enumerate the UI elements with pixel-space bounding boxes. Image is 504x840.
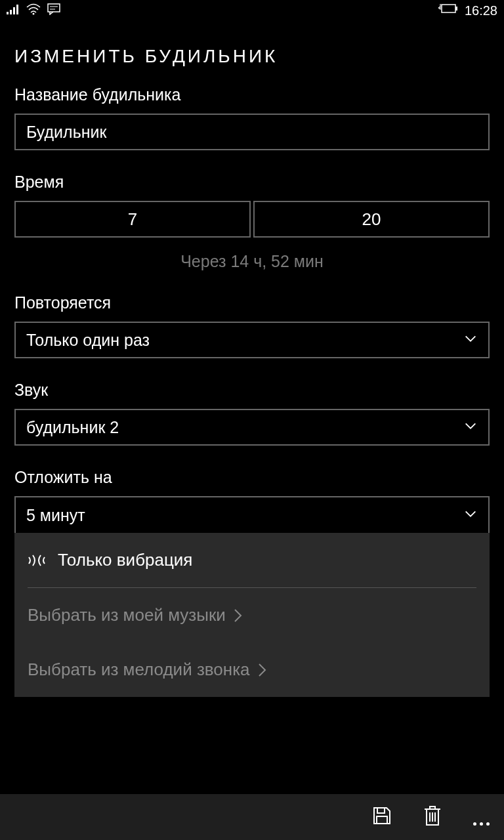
vibrate-icon bbox=[28, 553, 46, 568]
app-bar bbox=[0, 794, 504, 840]
svg-rect-2 bbox=[13, 7, 15, 14]
snooze-select[interactable]: 5 минут bbox=[14, 496, 490, 533]
time-group: Время 7 20 Через 14 ч, 52 мин bbox=[14, 173, 490, 271]
repeat-group: Повторяется Только один раз bbox=[14, 293, 490, 358]
trash-icon bbox=[423, 805, 442, 829]
alarm-name-input[interactable] bbox=[14, 114, 490, 150]
snooze-label: Отложить на bbox=[14, 468, 490, 487]
more-icon bbox=[473, 809, 490, 826]
wifi-icon bbox=[26, 3, 41, 18]
repeat-label: Повторяется bbox=[14, 293, 490, 312]
svg-rect-0 bbox=[7, 12, 9, 14]
pick-from-ringtones-link[interactable]: Выбрать из мелодий звонка bbox=[28, 642, 476, 697]
clock-time: 16:28 bbox=[465, 3, 497, 18]
save-button[interactable] bbox=[372, 806, 392, 828]
time-label: Время bbox=[14, 173, 490, 192]
chevron-right-icon bbox=[234, 608, 243, 623]
message-icon bbox=[47, 3, 60, 18]
more-button[interactable] bbox=[473, 809, 490, 826]
save-icon bbox=[372, 806, 392, 828]
delete-button[interactable] bbox=[423, 805, 442, 829]
sound-group: Звук будильник 2 bbox=[14, 381, 490, 446]
svg-rect-10 bbox=[377, 808, 385, 813]
repeat-value: Только один раз bbox=[26, 331, 150, 350]
battery-icon bbox=[438, 4, 458, 18]
hour-picker[interactable]: 7 bbox=[14, 201, 251, 238]
svg-rect-5 bbox=[48, 4, 60, 12]
time-remaining: Через 14 ч, 52 мин bbox=[14, 252, 490, 271]
svg-rect-1 bbox=[10, 10, 12, 14]
snooze-value: 5 минут bbox=[26, 506, 85, 525]
minute-picker[interactable]: 20 bbox=[253, 201, 490, 238]
sound-label: Звук bbox=[14, 381, 490, 400]
chevron-down-icon bbox=[463, 331, 478, 350]
status-bar: 16:28 bbox=[0, 0, 504, 21]
svg-rect-8 bbox=[442, 5, 455, 12]
svg-rect-11 bbox=[377, 816, 387, 824]
page-title: ИЗМЕНИТЬ БУДИЛЬНИК bbox=[0, 21, 504, 85]
signal-icon bbox=[7, 4, 20, 18]
alarm-name-label: Название будильника bbox=[14, 85, 490, 104]
vibrate-only-option[interactable]: Только вибрация bbox=[28, 533, 476, 588]
pick-from-music-label: Выбрать из моей музыки bbox=[28, 605, 226, 625]
vibrate-only-label: Только вибрация bbox=[58, 550, 192, 570]
snooze-group: Отложить на 5 минут bbox=[14, 468, 490, 533]
repeat-select[interactable]: Только один раз bbox=[14, 322, 490, 358]
pick-from-ringtones-label: Выбрать из мелодий звонка bbox=[28, 660, 250, 680]
svg-point-4 bbox=[33, 12, 35, 14]
sound-options-popup: Только вибрация Выбрать из моей музыки В… bbox=[14, 533, 490, 697]
svg-rect-9 bbox=[455, 7, 457, 10]
sound-select[interactable]: будильник 2 bbox=[14, 409, 490, 446]
chevron-down-icon bbox=[463, 506, 478, 525]
pick-from-music-link[interactable]: Выбрать из моей музыки bbox=[28, 588, 476, 642]
alarm-name-group: Название будильника bbox=[14, 85, 490, 150]
svg-rect-3 bbox=[16, 5, 18, 14]
chevron-right-icon bbox=[258, 663, 267, 677]
sound-value: будильник 2 bbox=[26, 418, 119, 437]
chevron-down-icon bbox=[463, 418, 478, 437]
